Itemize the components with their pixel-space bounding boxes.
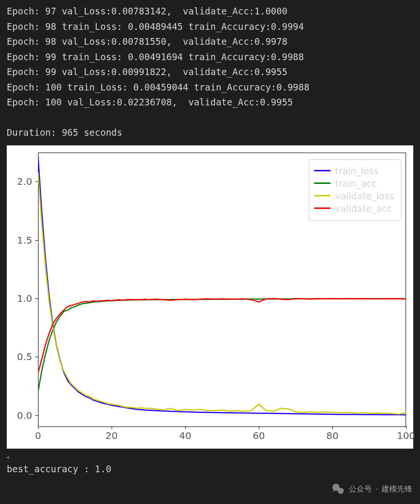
- legend-validate-acc: validate_acc: [314, 203, 395, 214]
- chart-container: train_loss train_acc validate_loss valid…: [7, 145, 413, 449]
- legend-train-acc: train_acc: [314, 178, 395, 189]
- legend-label: validate_acc: [335, 203, 392, 214]
- legend-train-loss: train_loss: [314, 166, 395, 176]
- series-validate_acc: [38, 298, 406, 373]
- console-line: Epoch: 100 train_Loss: 0.00459044 train_…: [7, 80, 413, 95]
- y-tick: 1.5: [13, 234, 32, 246]
- scroll-left-icon[interactable]: ◂: [0, 452, 420, 461]
- legend-swatch: [314, 195, 331, 196]
- console-line: [7, 110, 413, 126]
- console-line: Epoch: 100 val_Loss:0.02236708, validate…: [7, 95, 413, 110]
- x-tick: 40: [176, 430, 195, 441]
- legend-label: validate_loss: [335, 191, 395, 201]
- best-accuracy-line: best_accuracy : 1.0: [0, 461, 420, 481]
- console-line: Duration: 965 seconds: [7, 125, 413, 141]
- y-tick: 2.0: [13, 176, 32, 187]
- x-tick: 80: [323, 430, 342, 441]
- console-line: Epoch: 98 val_Loss:0.00781550, validate_…: [7, 34, 413, 50]
- y-tick: 0.0: [13, 410, 32, 421]
- legend-swatch: [314, 182, 331, 184]
- console-output: Epoch: 97 val_Loss:0.00783142, validate_…: [0, 0, 420, 141]
- y-tick: 0.5: [13, 351, 32, 362]
- legend-validate-loss: validate_loss: [314, 191, 395, 201]
- console-line: Epoch: 99 train_Loss: 0.00491694 train_A…: [7, 50, 413, 65]
- legend-swatch: [314, 170, 331, 171]
- console-line: Epoch: 98 train_Loss: 0.00489445 train_A…: [7, 19, 413, 35]
- plot-area: train_loss train_acc validate_loss valid…: [38, 153, 406, 427]
- console-line: Epoch: 97 val_Loss:0.00783142, validate_…: [7, 4, 413, 19]
- x-tick: 20: [102, 430, 121, 441]
- series-train_acc: [38, 298, 406, 392]
- legend-label: train_loss: [335, 166, 379, 176]
- legend-label: train_acc: [335, 178, 377, 189]
- x-tick: 0: [28, 430, 48, 441]
- y-tick: 1.0: [13, 293, 32, 304]
- x-tick: 60: [249, 430, 268, 441]
- legend-swatch: [314, 207, 331, 209]
- console-line: Epoch: 99 val_Loss:0.00991822, validate_…: [7, 65, 413, 80]
- chart-legend: train_loss train_acc validate_loss valid…: [309, 159, 402, 221]
- x-tick: 100: [396, 430, 416, 441]
